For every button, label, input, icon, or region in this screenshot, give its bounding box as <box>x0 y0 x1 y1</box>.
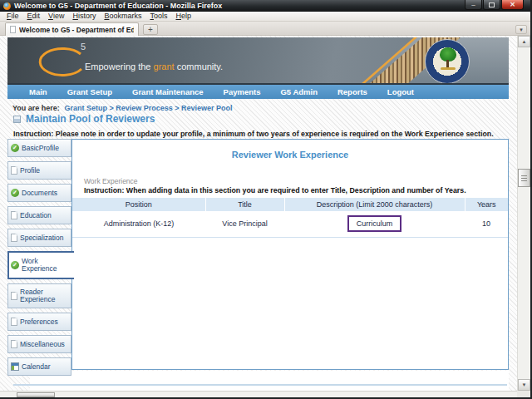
new-tab-button[interactable]: + <box>143 24 158 35</box>
page-title-row: Maintain Pool of Reviewers <box>13 113 155 125</box>
menu-history[interactable]: History <box>68 12 100 21</box>
section-instruction: Instruction: When adding data in this se… <box>84 186 508 195</box>
menu-file[interactable]: File <box>2 12 23 21</box>
nav-g5-admin[interactable]: G5 Admin <box>270 87 328 96</box>
page-icon <box>10 26 16 33</box>
breadcrumb: You are here: Grant Setup > Review Proce… <box>12 104 232 112</box>
menu-bookmarks[interactable]: Bookmarks <box>100 12 145 21</box>
sidebar-item-documents[interactable]: ✓ Documents <box>7 184 71 202</box>
sidebar-item-label: BasicProfile <box>22 145 59 152</box>
browser-window: Welcome to G5 - Department of Education … <box>0 0 532 399</box>
section-marker-icon <box>13 116 21 123</box>
sidebar-item-label: Specialization <box>20 234 63 242</box>
page-icon <box>11 211 17 219</box>
breadcrumb-prefix: You are here: <box>12 104 60 112</box>
horizontal-scroll-thumb[interactable] <box>17 392 55 397</box>
menu-view[interactable]: View <box>44 12 68 21</box>
page-title: Maintain Pool of Reviewers <box>26 113 155 125</box>
footer-divider <box>13 384 507 386</box>
browser-viewport: 5 Empowering the grant community. Main G… <box>0 36 530 397</box>
sidebar-item-label: Work Experience <box>22 258 72 273</box>
seal-banner-ribbon <box>441 67 456 70</box>
menu-bar: File Edit View History Bookmarks Tools H… <box>0 12 530 22</box>
active-tab[interactable]: Welcome to G5 - Department of Edu... <box>5 22 139 36</box>
page-icon <box>11 292 17 300</box>
sidebar-item-label: Calendar <box>22 363 51 371</box>
maximize-button[interactable] <box>483 0 500 10</box>
sidebar-item-miscellaneous[interactable]: Miscellaneous <box>7 335 71 353</box>
annotation-highlight-box[interactable]: Curriculum <box>347 215 402 232</box>
sidebar-item-label: Documents <box>22 190 57 197</box>
g5-logo-five: 5 <box>81 42 86 52</box>
sidebar-item-label: Miscellaneous <box>20 341 65 348</box>
page-icon <box>11 166 17 175</box>
g5-banner: 5 Empowering the grant community. <box>7 37 509 85</box>
menu-help[interactable]: Help <box>171 12 195 21</box>
check-icon: ✓ <box>11 144 19 152</box>
sidebar-item-label: Reader Experience <box>20 288 69 303</box>
tagline-grant: grant <box>154 62 175 71</box>
tab-title: Welcome to G5 - Department of Edu... <box>19 26 134 34</box>
sidebar-item-basicprofile[interactable]: ✓ BasicProfile <box>7 139 71 157</box>
firefox-icon <box>3 2 11 10</box>
cell-years: 10 <box>465 211 508 237</box>
nav-reports[interactable]: Reports <box>328 87 377 96</box>
tab-list-button[interactable]: ▾ <box>515 25 527 34</box>
nav-grant-setup[interactable]: Grant Setup <box>57 87 122 96</box>
nav-logout[interactable]: Logout <box>377 87 424 96</box>
profile-sidebar: ✓ BasicProfile Profile ✓ Documents Educa… <box>7 139 71 376</box>
menu-tools[interactable]: Tools <box>145 12 171 21</box>
sidebar-item-profile[interactable]: Profile <box>7 161 71 180</box>
tagline-pre: Empowering the <box>85 62 154 71</box>
footer-band <box>30 371 509 391</box>
cell-position: Administration (K-12) <box>72 211 205 237</box>
header-position: Position <box>72 198 205 211</box>
section-label: Work Experience <box>84 177 508 185</box>
sidebar-item-label: Profile <box>20 167 40 175</box>
scroll-up-button[interactable]: ▲ <box>518 36 530 47</box>
page-icon <box>11 340 17 348</box>
nav-grant-maintenance[interactable]: Grant Maintenance <box>122 87 214 96</box>
cell-title: Vice Principal <box>205 211 284 237</box>
title-bar: Welcome to G5 - Department of Education … <box>0 0 530 12</box>
nav-main[interactable]: Main <box>19 87 57 96</box>
horizontal-scrollbar[interactable] <box>0 391 517 397</box>
tagline-post: community. <box>175 62 223 71</box>
panel-title: Reviewer Work Experience <box>72 150 508 160</box>
cell-description: Curriculum <box>284 211 465 237</box>
sidebar-item-label: Preferences <box>20 318 58 326</box>
sidebar-item-reader-experience[interactable]: Reader Experience <box>7 283 71 308</box>
close-icon: ✕ <box>510 2 515 8</box>
scrollbar-corner <box>517 391 530 397</box>
nav-payments[interactable]: Payments <box>214 87 271 96</box>
table-row: Administration (K-12) Vice Principal Cur… <box>72 211 508 237</box>
table-header-row: Position Title Description (Limit 2000 c… <box>72 198 508 211</box>
header-years: Years <box>465 198 508 211</box>
header-description: Description (Limit 2000 characters) <box>284 198 465 211</box>
breadcrumb-path[interactable]: Grant Setup > Review Process > Reviewer … <box>64 104 232 112</box>
sidebar-item-preferences[interactable]: Preferences <box>7 313 71 331</box>
tab-bar: Welcome to G5 - Department of Edu... + ▾ <box>0 22 530 36</box>
calendar-icon <box>11 362 19 371</box>
banner-tagline: Empowering the grant community. <box>85 62 223 71</box>
check-icon: ✓ <box>11 189 19 197</box>
sidebar-item-education[interactable]: Education <box>7 206 71 224</box>
minimize-button[interactable]: – <box>465 0 482 10</box>
menu-edit[interactable]: Edit <box>23 12 45 21</box>
main-nav-bar: Main Grant Setup Grant Maintenance Payme… <box>7 85 509 99</box>
header-title: Title <box>205 198 284 211</box>
department-of-education-seal-icon <box>425 39 470 84</box>
sidebar-item-label: Education <box>20 212 52 219</box>
vertical-scrollbar[interactable]: ▲ ▼ <box>517 36 530 391</box>
sidebar-item-calendar[interactable]: Calendar <box>7 357 71 376</box>
window-title: Welcome to G5 - Department of Education … <box>14 2 222 10</box>
profile-instruction: Instruction: Please note in order to upd… <box>13 130 505 138</box>
sidebar-item-specialization[interactable]: Specialization <box>7 229 71 247</box>
web-page: 5 Empowering the grant community. Main G… <box>0 36 517 391</box>
vertical-scroll-thumb[interactable] <box>518 169 530 187</box>
check-icon: ✓ <box>11 261 19 269</box>
scroll-down-button[interactable]: ▼ <box>518 379 530 391</box>
maximize-icon <box>489 2 495 7</box>
close-button[interactable]: ✕ <box>501 0 524 10</box>
sidebar-item-work-experience[interactable]: ✓ Work Experience <box>7 251 74 279</box>
